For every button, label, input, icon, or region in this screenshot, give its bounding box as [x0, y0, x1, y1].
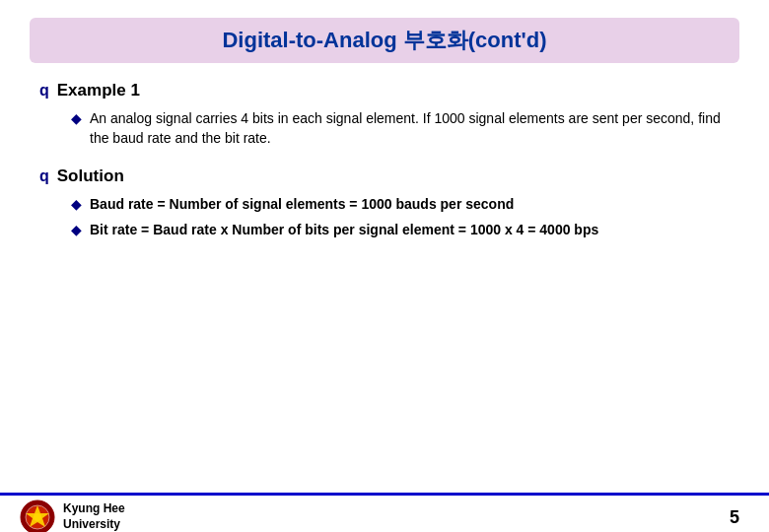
- section-solution: q Solution ◆ Baud rate = Number of signa…: [39, 166, 730, 240]
- bullet-text-baud-rate: Baud rate = Number of signal elements = …: [90, 194, 514, 214]
- diamond-icon: ◆: [71, 222, 82, 237]
- section-title-example1: Example 1: [57, 81, 140, 100]
- section-header-example1: q Example 1: [39, 81, 730, 100]
- q-bullet-solution: q: [39, 167, 49, 185]
- diamond-icon: ◆: [71, 110, 82, 126]
- university-logo: [20, 499, 55, 532]
- q-bullet-example1: q: [39, 82, 49, 100]
- bullet-list-example1: ◆ An analog signal carries 4 bits in eac…: [71, 108, 730, 149]
- slide-title: Digital-to-Analog 부호화(cont'd): [222, 28, 546, 52]
- section-example1: q Example 1 ◆ An analog signal carries 4…: [39, 81, 730, 149]
- bullet-text-bit-rate: Bit rate = Baud rate x Number of bits pe…: [90, 220, 598, 239]
- footer: Kyung Hee University 5: [0, 493, 769, 532]
- list-item: ◆ An analog signal carries 4 bits in eac…: [71, 108, 730, 149]
- list-item: ◆ Bit rate = Baud rate x Number of bits …: [71, 220, 730, 239]
- section-header-solution: q Solution: [39, 166, 730, 186]
- section-title-solution: Solution: [57, 166, 124, 186]
- bullet-list-solution: ◆ Baud rate = Number of signal elements …: [71, 194, 730, 240]
- title-bar: Digital-to-Analog 부호화(cont'd): [30, 18, 739, 63]
- svg-point-2: [34, 513, 41, 521]
- bullet-text-example1: An analog signal carries 4 bits in each …: [90, 108, 730, 149]
- footer-content: Kyung Hee University 5: [0, 496, 769, 532]
- page-number: 5: [730, 507, 739, 528]
- slide: Digital-to-Analog 부호화(cont'd) q Example …: [0, 18, 769, 532]
- slide-content: q Example 1 ◆ An analog signal carries 4…: [0, 81, 769, 239]
- list-item: ◆ Baud rate = Number of signal elements …: [71, 194, 730, 214]
- university-name: Kyung Hee University: [63, 501, 125, 532]
- logo-area: Kyung Hee University: [20, 499, 125, 532]
- diamond-icon: ◆: [71, 196, 82, 212]
